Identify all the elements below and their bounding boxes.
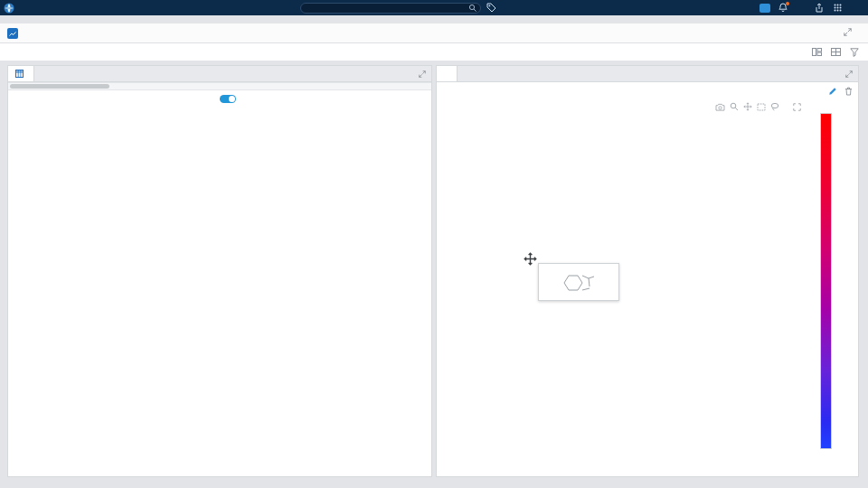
table-icon [15,70,24,78]
layout-grid-icon[interactable] [831,48,841,56]
notification-badge [786,2,789,5]
colorbar [820,113,860,456]
pan-cursor-icon [524,252,537,266]
table-footer [8,89,431,107]
toggle-knob [229,96,235,102]
search-input[interactable] [301,5,468,11]
point-tooltip [538,263,619,301]
top-bar [0,0,868,15]
user-avatar[interactable] [760,3,770,14]
share-icon[interactable] [814,3,825,14]
tab-primary-data[interactable] [8,66,34,81]
layout-columns-icon[interactable] [812,48,822,56]
right-tabstrip [437,66,858,82]
edit-pencil-icon[interactable] [828,87,837,96]
expand-panel-icon[interactable] [419,70,426,78]
left-tabstrip [8,66,431,82]
chart-area [437,100,858,476]
pan-icon[interactable] [743,102,752,111]
box-select-icon[interactable] [757,103,766,111]
compass-icon[interactable] [4,3,14,14]
widget-toolbar [0,43,868,61]
colorbar-gradient [820,113,832,449]
autoscale-icon[interactable] [793,103,801,111]
camera-icon[interactable] [715,103,725,111]
show-all-toggle[interactable] [220,95,236,103]
notifications-bell-icon[interactable] [778,3,788,14]
lasso-icon[interactable] [770,102,779,111]
add-button[interactable] [796,3,807,14]
expand-chart-panel-icon[interactable] [845,70,853,78]
tooltip-molecule-sketch [559,268,599,296]
tab-chart-tab1[interactable] [437,66,458,81]
filter-icon[interactable] [850,48,859,57]
search-icon[interactable] [468,4,477,13]
maximize-icon[interactable] [844,28,852,38]
chart-header [437,82,858,100]
chart-panel [436,65,859,477]
tag-icon[interactable] [486,3,496,13]
trash-icon[interactable] [844,87,853,96]
add-tab-button[interactable] [458,66,472,81]
app-bar [0,23,868,43]
desktop-screen [0,0,868,488]
horizontal-scrollbar[interactable] [8,82,431,89]
plot-modebar [715,102,806,111]
apps-grid-icon[interactable] [832,3,843,14]
help-icon[interactable] [850,3,861,14]
primary-data-panel [7,65,432,477]
zoom-icon[interactable] [730,102,739,111]
scrollbar-thumb[interactable] [10,84,109,89]
avatar-chip [760,4,770,13]
global-search[interactable] [300,3,481,14]
insight-app-icon [7,28,18,39]
